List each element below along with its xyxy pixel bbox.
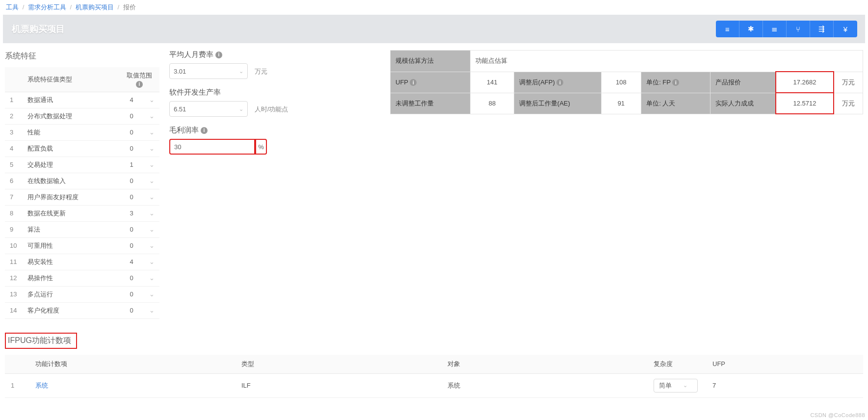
quote-label: 产品报价 [710,72,775,93]
breadcrumb-sep: / [23,3,25,11]
char-value: 0 [119,237,144,254]
char-name: 配置负载 [23,140,119,157]
breadcrumb-sep: / [70,3,72,11]
gear-icon[interactable]: ✱ [739,21,763,37]
breadcrumb-sep: / [117,3,119,11]
cost-unit: 万元 [834,93,863,114]
chevron-down-icon[interactable]: ⌄ [144,124,159,140]
unit-fp-label: 单位: FP i [641,72,710,93]
chevron-down-icon: ⌄ [239,106,243,112]
ifpug-header-complexity: 复杂度 [648,355,707,374]
table-row: 9算法0⌄ [5,221,159,237]
info-icon[interactable]: i [556,79,563,86]
char-name: 易安装性 [23,254,119,270]
row-index: 4 [5,140,23,157]
char-name: 交易处理 [23,157,119,173]
sliders-icon[interactable]: ≣ [763,21,787,37]
ifpug-item-link[interactable]: 系统 [35,382,48,389]
cost-value: 12.5712 [776,93,834,114]
characteristics-table: 系统特征值类型 取值范围 i 1数据通讯4⌄2分布式数据处理0⌄3性能0⌄4配置… [5,67,159,319]
chevron-down-icon[interactable]: ⌄ [144,221,159,237]
table-row: 7用户界面友好程度0⌄ [5,189,159,205]
row-index: 10 [5,237,23,254]
margin-label: 毛利润率 i [169,126,380,135]
char-value: 4 [119,254,144,270]
estimation-table: 规模估算方法 功能点估算 UFP i 141 调整后(AFP) i 108 单位… [390,50,863,114]
method-value: 功能点估算 [470,51,863,72]
avg-cost-select[interactable]: 3.01 ⌄ [169,63,248,79]
breadcrumb-link[interactable]: 需求分析工具 [28,3,66,11]
table-row: 8数据在线更新3⌄ [5,205,159,221]
productivity-select[interactable]: 6.51 ⌄ [169,101,248,117]
row-index: 7 [5,189,23,205]
chevron-down-icon[interactable]: ⌄ [144,205,159,221]
char-name: 算法 [23,221,119,237]
breadcrumb-link[interactable]: 工具 [6,3,19,11]
char-value: 0 [119,189,144,205]
chevron-down-icon[interactable]: ⌄ [144,286,159,302]
table-row: 11易安装性4⌄ [5,254,159,270]
info-icon[interactable]: i [136,81,143,88]
breadcrumb: 工具 / 需求分析工具 / 机票购买项目 / 报价 [0,0,868,15]
ifpug-title: IFPUG功能计数项 [5,333,77,349]
char-name: 多点运行 [23,286,119,302]
list-icon[interactable]: ≡ [716,21,739,37]
ifpug-table: 功能计数项 类型 对象 复杂度 UFP 1系统ILF系统简单⌄7 [5,355,863,398]
ifpug-header-type: 类型 [236,355,442,374]
row-index: 1 [5,373,29,397]
char-name: 易操作性 [23,270,119,286]
chevron-down-icon[interactable]: ⌄ [144,92,159,108]
chevron-down-icon[interactable]: ⌄ [144,189,159,205]
row-index: 8 [5,205,23,221]
info-icon[interactable]: i [215,52,222,58]
unadj-effort-label: 未调整工作量 [391,93,471,114]
ifpug-header-idx [5,355,29,374]
share-icon[interactable]: ⑂ [787,21,810,37]
info-icon[interactable]: i [201,127,208,134]
chevron-down-icon[interactable]: ⌄ [144,173,159,189]
row-index: 9 [5,221,23,237]
quote-unit: 万元 [834,72,863,93]
productivity-label: 软件开发生产率 [169,88,380,97]
ifpug-object: 系统 [442,373,648,397]
chevron-down-icon[interactable]: ⌄ [144,157,159,173]
chevron-down-icon[interactable]: ⌄ [144,140,159,157]
char-value: 0 [119,124,144,140]
char-value: 0 [119,108,144,124]
cost-label: 实际人力成成 [710,93,775,114]
row-index: 13 [5,286,23,302]
avg-cost-label: 平均人月费率 i [169,50,380,59]
row-index: 2 [5,108,23,124]
chevron-down-icon[interactable]: ⌄ [144,270,159,286]
ae-label: 调整后工作量(AE) [514,93,601,114]
chevron-down-icon[interactable]: ⌄ [144,108,159,124]
ifpug-header-item: 功能计数项 [29,355,236,374]
indent-icon[interactable]: ⇶ [810,21,834,37]
table-row: 1数据通讯4⌄ [5,92,159,108]
chevron-down-icon[interactable]: ⌄ [144,254,159,270]
avg-cost-unit: 万元 [255,68,267,75]
table-row: 6在线数据输入0⌄ [5,173,159,189]
breadcrumb-link[interactable]: 机票购买项目 [76,3,114,11]
table-row: 1系统ILF系统简单⌄7 [5,373,863,397]
char-name: 数据在线更新 [23,205,119,221]
char-value: 4 [119,92,144,108]
page-title: 机票购买项目 [6,23,65,35]
row-index: 6 [5,173,23,189]
ufp-value: 141 [470,72,514,93]
afp-value: 108 [601,72,641,93]
afp-label: 调整后(AFP) i [514,72,601,93]
ifpug-item: 系统 [29,373,236,397]
margin-input[interactable]: 30 [169,139,255,155]
complexity-select[interactable]: 简单⌄ [654,379,698,393]
char-header-range: 取值范围 i [119,67,159,92]
row-index: 1 [5,92,23,108]
char-value: 0 [119,286,144,302]
info-icon[interactable]: i [672,79,679,86]
chevron-down-icon[interactable]: ⌄ [144,237,159,254]
chevron-down-icon[interactable]: ⌄ [144,302,159,318]
info-icon[interactable]: i [410,79,417,86]
currency-icon[interactable]: ¥ [834,21,857,37]
char-value: 0 [119,270,144,286]
method-label: 规模估算方法 [391,51,471,72]
